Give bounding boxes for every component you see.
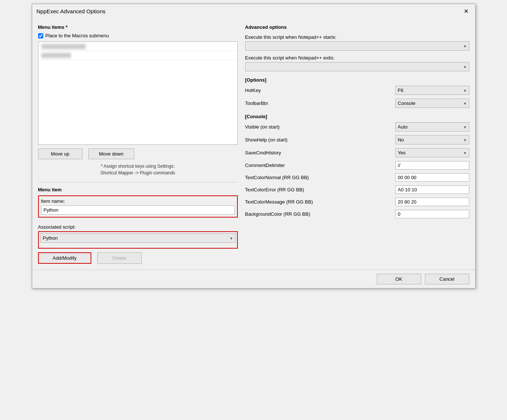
- showhelp-select[interactable]: No Yes: [395, 135, 469, 144]
- blurred-item-2: [41, 53, 71, 58]
- move-down-button[interactable]: Move down: [88, 148, 134, 159]
- window-title: NppExec Advanced Options: [37, 8, 106, 14]
- list-item: [38, 42, 237, 51]
- move-up-button[interactable]: Move up: [38, 148, 82, 159]
- text-color-error-label: TextColorError (RR GG BB): [245, 187, 395, 192]
- text-color-message-input[interactable]: [395, 198, 469, 206]
- item-name-group: Item name:: [38, 195, 238, 218]
- move-button-row: Move up Move down: [38, 148, 238, 159]
- text-color-error-input[interactable]: [395, 185, 469, 194]
- text-color-normal-row: TextColorNormal (RR GG BB): [245, 173, 469, 182]
- toolbar-btn-select[interactable]: Console: [395, 99, 469, 108]
- item-name-input[interactable]: [41, 205, 235, 215]
- background-color-input[interactable]: [395, 210, 469, 218]
- execute-on-start-select[interactable]: [245, 41, 469, 51]
- execute-on-start-label: Execute this script when Notepad++ start…: [245, 34, 469, 40]
- delete-button[interactable]: Delete: [97, 252, 142, 264]
- right-panel: Advanced options Execute this script whe…: [245, 24, 469, 264]
- menu-item-section: Menu item Item name: Associated script: …: [38, 187, 238, 264]
- showhelp-select-wrapper: No Yes ▼: [395, 135, 469, 144]
- console-section-label: [Console]: [245, 114, 469, 119]
- bottom-button-row: Add/Modify Delete: [38, 252, 238, 264]
- text-color-normal-input[interactable]: [395, 173, 469, 182]
- content-area: Menu items * Place to the Macros submenu…: [32, 18, 475, 270]
- place-macros-checkbox[interactable]: [38, 33, 43, 38]
- menu-items-label: Menu items *: [38, 24, 238, 30]
- associated-script-select-wrapper: Python ▼: [40, 233, 236, 243]
- execute-on-exit-row: Execute this script when Notepad++ exits…: [245, 55, 469, 71]
- background-color-label: BackgroundColor (RR GG BB): [245, 211, 395, 217]
- place-macros-label: Place to the Macros submenu: [45, 33, 109, 38]
- options-section-label: [Options]: [245, 77, 469, 83]
- text-color-error-row: TextColorError (RR GG BB): [245, 185, 469, 194]
- background-color-row: BackgroundColor (RR GG BB): [245, 210, 469, 218]
- execute-on-exit-select-wrapper: ▼: [245, 62, 469, 71]
- showhelp-row: ShowHelp (on start) No Yes ▼: [245, 135, 469, 144]
- savecmdhistory-select-wrapper: Yes No ▼: [395, 148, 469, 157]
- hotkey-label: HotKey: [245, 88, 395, 93]
- visible-label: Visible (on start): [245, 124, 395, 130]
- execute-on-start-select-wrapper: ▼: [245, 41, 469, 51]
- savecmdhistory-row: SaveCmdHistory Yes No ▼: [245, 148, 469, 157]
- item-name-label: Item name:: [41, 198, 235, 204]
- toolbar-btn-label: ToolbarBtn: [245, 100, 395, 106]
- execute-on-start-row: Execute this script when Notepad++ start…: [245, 34, 469, 51]
- text-color-message-label: TextColorMessage (RR GG BB): [245, 199, 395, 205]
- hotkey-select[interactable]: F6: [395, 86, 469, 95]
- hotkey-select-wrapper: F6 ▼: [395, 86, 469, 95]
- add-modify-button[interactable]: Add/Modify: [39, 253, 91, 263]
- associated-script-select[interactable]: Python: [40, 233, 236, 243]
- blurred-item-1: [41, 44, 86, 49]
- execute-on-exit-select[interactable]: [245, 62, 469, 71]
- associated-script-label: Associated script:: [38, 224, 238, 230]
- title-bar: NppExec Advanced Options ✕: [32, 4, 475, 18]
- advanced-options-label: Advanced options: [245, 24, 469, 30]
- ok-button[interactable]: OK: [377, 274, 421, 284]
- hotkey-row: HotKey F6 ▼: [245, 86, 469, 95]
- bottom-bar: OK Cancel: [32, 270, 475, 288]
- menu-item-section-label: Menu item: [38, 187, 238, 192]
- toolbar-btn-select-wrapper: Console ▼: [395, 99, 469, 108]
- associated-script-group: Python ▼: [38, 231, 238, 249]
- list-item: [38, 51, 237, 60]
- savecmdhistory-label: SaveCmdHistory: [245, 150, 395, 156]
- savecmdhistory-select[interactable]: Yes No: [395, 148, 469, 157]
- comment-delimiter-input[interactable]: [395, 161, 469, 170]
- main-window: NppExec Advanced Options ✕ Menu items * …: [32, 4, 476, 288]
- place-macros-row: Place to the Macros submenu: [38, 33, 238, 38]
- text-color-message-row: TextColorMessage (RR GG BB): [245, 198, 469, 206]
- cancel-button[interactable]: Cancel: [425, 274, 469, 284]
- close-button[interactable]: ✕: [462, 7, 471, 16]
- showhelp-label: ShowHelp (on start): [245, 137, 395, 143]
- comment-delimiter-label: CommentDelimiter: [245, 163, 395, 168]
- comment-delimiter-row: CommentDelimiter: [245, 161, 469, 170]
- add-modify-wrapper: Add/Modify: [38, 252, 91, 264]
- visible-select[interactable]: Auto Yes No: [395, 122, 469, 132]
- toolbar-btn-row: ToolbarBtn Console ▼: [245, 99, 469, 108]
- left-panel: Menu items * Place to the Macros submenu…: [38, 24, 238, 264]
- execute-on-exit-label: Execute this script when Notepad++ exits…: [245, 55, 469, 61]
- visible-select-wrapper: Auto Yes No ▼: [395, 122, 469, 132]
- visible-row: Visible (on start) Auto Yes No ▼: [245, 122, 469, 132]
- text-color-normal-label: TextColorNormal (RR GG BB): [245, 175, 395, 180]
- note-text: * Assign shortcut keys using Settings:Sh…: [38, 163, 238, 176]
- menu-list-box[interactable]: [38, 41, 238, 145]
